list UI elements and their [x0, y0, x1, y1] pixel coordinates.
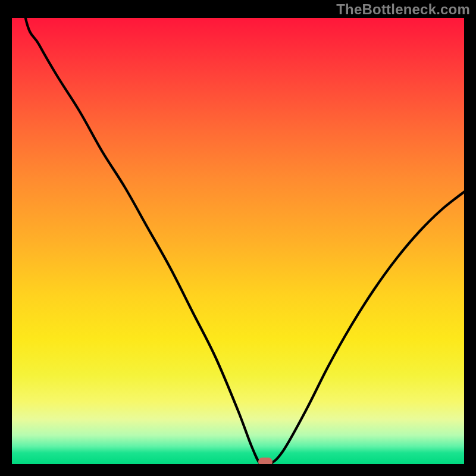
bottleneck-curve: [12, 18, 464, 464]
attribution-text: TheBottleneck.com: [336, 1, 470, 18]
plot-area: [12, 18, 464, 464]
curve-path: [12, 18, 464, 464]
minimum-marker: [258, 458, 273, 464]
chart-frame: TheBottleneck.com: [0, 0, 476, 476]
